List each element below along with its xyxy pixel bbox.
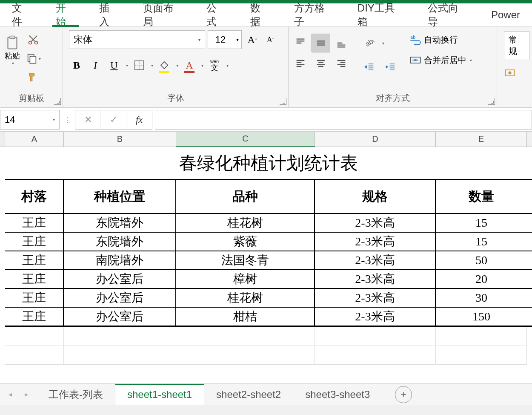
cell[interactable]: 办公室后 — [64, 270, 176, 288]
cell[interactable]: 王庄 — [5, 289, 64, 307]
header-cell[interactable]: 品种 — [176, 180, 315, 213]
cell[interactable]: 王庄 — [5, 233, 64, 251]
format-painter-button[interactable] — [25, 69, 42, 86]
align-middle-button[interactable] — [312, 34, 330, 52]
header-cell[interactable]: 规格 — [315, 180, 436, 213]
sheet-tab[interactable]: sheet1-sheet1 — [115, 384, 204, 405]
chevron-down-icon[interactable]: ▾ — [201, 63, 203, 68]
cancel-button[interactable]: ✕ — [75, 110, 101, 129]
col-header-e[interactable]: E — [436, 132, 527, 147]
cell[interactable]: 南院墙外 — [64, 251, 176, 269]
orientation-button[interactable]: ab — [360, 34, 379, 52]
col-header-d[interactable]: D — [315, 132, 436, 147]
menu-ffgz[interactable]: 方方格子 — [282, 3, 346, 26]
cell[interactable]: 15 — [436, 233, 527, 251]
cell[interactable]: 桂花树 — [176, 289, 315, 307]
align-bottom-button[interactable] — [332, 34, 351, 52]
indent-increase-button[interactable] — [381, 58, 400, 76]
menu-diy[interactable]: DIY工具箱 — [346, 3, 416, 26]
header-cell[interactable]: 种植位置 — [64, 180, 176, 213]
align-top-button[interactable] — [291, 34, 310, 52]
col-header-a[interactable]: A — [5, 132, 64, 147]
menu-data[interactable]: 数据 — [238, 3, 282, 26]
cut-button[interactable] — [25, 31, 42, 48]
fill-color-button[interactable] — [157, 56, 172, 75]
merge-center-button[interactable]: 合并后居中 ▾ — [409, 54, 472, 66]
header-cell[interactable]: 数量 — [436, 180, 527, 213]
fx-button[interactable]: fx — [126, 110, 152, 129]
grow-font-button[interactable]: A^ — [244, 30, 260, 49]
empty-row[interactable] — [5, 346, 532, 365]
menu-formula-guide[interactable]: 公式向导 — [416, 3, 479, 26]
cell[interactable]: 2-3米高 — [315, 233, 436, 251]
sheet-next-button[interactable]: ▸ — [25, 390, 28, 398]
empty-row[interactable] — [5, 327, 532, 346]
cell[interactable]: 王庄 — [5, 308, 64, 326]
menu-formulas[interactable]: 公式 — [194, 3, 238, 26]
indent-decrease-button[interactable] — [360, 58, 379, 76]
cell[interactable]: 紫薇 — [176, 233, 315, 251]
cell[interactable]: 王庄 — [5, 251, 64, 269]
cell[interactable]: 法国冬青 — [176, 251, 315, 269]
align-left-button[interactable] — [291, 54, 310, 73]
cell[interactable]: 王庄 — [5, 270, 64, 288]
borders-button[interactable] — [132, 56, 147, 75]
cell[interactable]: 柑桔 — [176, 308, 315, 326]
font-color-button[interactable]: A — [182, 56, 197, 75]
font-size-dropdown[interactable]: ▾ — [233, 30, 242, 49]
cell[interactable]: 2-3米高 — [315, 251, 436, 269]
cell[interactable]: 东院墙外 — [64, 214, 176, 232]
chevron-down-icon[interactable]: ▾ — [126, 63, 128, 68]
menu-insert[interactable]: 插入 — [87, 3, 131, 26]
cell[interactable]: 2-3米高 — [315, 308, 436, 326]
fx-expand[interactable]: ⋮ — [62, 115, 72, 124]
cell[interactable]: 桂花树 — [176, 214, 315, 232]
cell[interactable]: 15 — [436, 214, 527, 232]
cell[interactable]: 50 — [436, 251, 527, 269]
font-name-select[interactable]: 宋体 ▾ — [69, 30, 205, 49]
cell[interactable]: 办公室后 — [64, 289, 176, 307]
chevron-down-icon[interactable]: ▾ — [176, 63, 178, 68]
chevron-down-icon[interactable]: ▾ — [226, 63, 229, 68]
currency-icon[interactable] — [504, 67, 516, 79]
cell[interactable]: 20 — [436, 270, 527, 288]
menu-page-layout[interactable]: 页面布局 — [131, 3, 194, 26]
cell[interactable]: 150 — [436, 308, 527, 326]
menu-file[interactable]: 文件 — [0, 3, 44, 26]
pinyin-button[interactable]: wén 文 — [207, 56, 222, 75]
formula-input[interactable] — [155, 110, 532, 130]
clipboard-dialog-launcher[interactable] — [54, 98, 61, 105]
spreadsheet-grid[interactable]: 春绿化种植计划统计表 村落 种植位置 品种 规格 数量 王庄东院墙外桂花树2-3… — [0, 147, 532, 365]
paste-button[interactable]: 粘贴 ▾ — [3, 31, 22, 69]
add-sheet-button[interactable]: + — [395, 386, 412, 403]
font-size-input[interactable]: 12 — [208, 30, 233, 49]
copy-button[interactable]: ▾ — [25, 50, 42, 67]
col-header-b[interactable]: B — [64, 132, 176, 147]
col-header-c[interactable]: C — [176, 132, 315, 147]
cell[interactable]: 樟树 — [176, 270, 315, 288]
shrink-font-button[interactable]: Aˇ — [262, 30, 278, 49]
name-box[interactable]: 14 ▾ — [0, 110, 60, 130]
cell[interactable]: 30 — [436, 289, 527, 307]
sheet-title-cell[interactable]: 春绿化种植计划统计表 — [5, 147, 532, 180]
cell[interactable]: 2-3米高 — [315, 214, 436, 232]
confirm-button[interactable]: ✓ — [101, 110, 126, 129]
wrap-text-button[interactable]: ab 自动换行 — [409, 34, 472, 46]
cell[interactable]: 东院墙外 — [64, 233, 176, 251]
align-center-button[interactable] — [312, 54, 330, 73]
align-right-button[interactable] — [332, 54, 351, 73]
menu-power[interactable]: Power — [479, 3, 532, 26]
sheet-prev-button[interactable]: ◂ — [9, 390, 12, 398]
bold-button[interactable]: B — [69, 56, 84, 75]
header-cell[interactable]: 村落 — [5, 180, 64, 213]
select-all-corner[interactable] — [0, 132, 5, 147]
chevron-down-icon[interactable]: ▾ — [151, 63, 153, 68]
sheet-tab[interactable]: 工作表-列表 — [37, 384, 115, 405]
number-format-select[interactable]: 常规 — [504, 31, 529, 60]
cell[interactable]: 2-3米高 — [315, 270, 436, 288]
italic-button[interactable]: I — [88, 56, 103, 75]
underline-button[interactable]: U — [106, 56, 122, 75]
cell[interactable]: 王庄 — [5, 214, 64, 232]
menu-home[interactable]: 开始 — [44, 3, 88, 26]
sheet-tab[interactable]: sheet2-sheet2 — [204, 384, 293, 405]
